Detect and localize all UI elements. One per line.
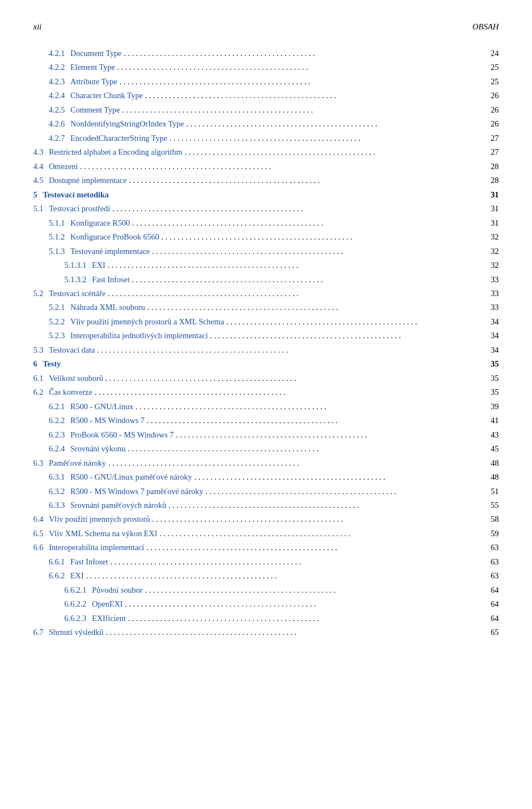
toc-dots: . . . . . . . . . . . . . . . . . . . . … [127,442,485,455]
toc-row: 6.2.2R500 - MS Windows 7 . . . . . . . .… [33,414,499,426]
toc-section-number: 4.2.7 [49,132,65,144]
toc-dots: . . . . . . . . . . . . . . . . . . . . … [147,301,485,313]
toc-dots: . . . . . . . . . . . . . . . . . . . . … [160,527,485,540]
toc-section-label: R500 - MS Windows 7 [70,414,145,426]
toc-dots: . . . . . . . . . . . . . . . . . . . . … [110,556,485,568]
toc-page-number: 33 [488,273,499,286]
toc-section-number: 6.3.1 [49,471,65,483]
toc-section-label: Konfigurace R500 [70,217,130,229]
toc-row: 6.6.2.3EXIficient . . . . . . . . . . . … [33,612,499,624]
toc-section-number: 4.2.4 [49,89,65,101]
toc-section-label: NonIdentifyingStringOrIndex Type [70,118,184,130]
toc-row: 5.1.3Testované implementace . . . . . . … [33,245,499,257]
toc-section-number: 5.1.3.2 [64,273,86,286]
toc-row: 4.2.3Attribute Type . . . . . . . . . . … [33,75,499,88]
toc-section-number: 6.2.2 [49,414,65,426]
toc-section-label: Character Chunk Type [70,89,143,101]
toc-page-number: 32 [488,245,499,257]
toc-row: 6.4Vliv použití jmenných prostorů . . . … [33,513,499,525]
toc-dots: . . . . . . . . . . . . . . . . . . . . … [206,485,485,497]
toc-container: 4.2.1Document Type . . . . . . . . . . .… [33,47,499,639]
toc-section-label: Původní soubor [92,584,142,596]
toc-dots: . . . . . . . . . . . . . . . . . . . . … [176,429,485,441]
toc-section-label: R500 - GNU/Linux paměťové nároky [70,471,192,483]
toc-section-number: 6.3 [33,457,43,469]
toc-section-label: Shrnutí výsledků [49,626,104,638]
toc-section-label: EncodedCharacterString Type [70,132,167,144]
toc-section-number: 6.6 [33,541,43,553]
toc-dots: . . . . . . . . . . . . . . . . . . . . … [186,118,485,130]
toc-section-label: Attribute Type [70,75,117,88]
toc-row: 4.2.7EncodedCharacterString Type . . . .… [33,132,499,144]
toc-row: 6.2.3ProBook 6560 - MS Windows 7 . . . .… [33,429,499,441]
toc-row: 6.6.2.1Původní soubor . . . . . . . . . … [33,584,499,596]
toc-dots: . . . . . . . . . . . . . . . . . . . . … [132,217,485,229]
toc-section-number: 5.1.2 [49,231,65,243]
toc-page-number: 39 [488,400,499,413]
toc-row: 6.6.2.2OpenEXI . . . . . . . . . . . . .… [33,598,499,610]
toc-dots: . . . . . . . . . . . . . . . . . . . . … [108,287,485,299]
toc-dots: . . . . . . . . . . . . . . . . . . . . … [132,273,485,286]
toc-row: 5Testovací metodika31 [33,189,499,201]
toc-row: 5.2Testovací scénáře . . . . . . . . . .… [33,287,499,299]
toc-row: 5.1.3.2Fast Infoset . . . . . . . . . . … [33,273,499,286]
toc-page-number: 26 [488,89,499,101]
toc-section-label: Náhrada XML souboru [70,301,145,313]
toc-dots: . . . . . . . . . . . . . . . . . . . . … [97,344,485,356]
toc-section-label: Comment Type [70,104,120,116]
toc-page-number: 33 [488,301,499,313]
toc-page-number: 25 [488,75,499,88]
toc-page-number: 43 [488,429,499,441]
toc-section-number: 4.2.6 [49,118,65,130]
toc-dots: . . . . . . . . . . . . . . . . . . . . … [80,160,485,172]
toc-row: 6.6.1Fast Infoset . . . . . . . . . . . … [33,556,499,568]
toc-section-label: Vliv použití jmenných prostorů a XML Sch… [70,316,224,328]
toc-dots: . . . . . . . . . . . . . . . . . . . . … [108,259,485,271]
toc-section-label: OpenEXI [92,598,123,610]
toc-row: 5.2.3Interoperabilita jednotlivých imple… [33,329,499,342]
toc-dots: . . . . . . . . . . . . . . . . . . . . … [145,89,485,101]
toc-section-label: Vliv XML Schema na výkon EXI [49,527,157,540]
toc-section-label: Restricted alphabet a Encoding algorithm [49,146,182,158]
toc-section-number: 6.6.2.1 [64,584,86,596]
toc-row: 5.2.2Vliv použití jmenných prostorů a XM… [33,316,499,328]
toc-row: 4.2.6NonIdentifyingStringOrIndex Type . … [33,118,499,130]
toc-row: 4.2.5Comment Type . . . . . . . . . . . … [33,104,499,116]
toc-section-label: Vliv použití jmenných prostorů [49,513,150,525]
toc-row: 6.3.3Srovnání paměťových nároků . . . . … [33,499,499,511]
toc-section-number: 6.2 [33,386,43,398]
toc-section-label: Omezení [49,160,78,172]
toc-section-label: Konfigurace ProBook 6560 [70,231,159,243]
toc-dots: . . . . . . . . . . . . . . . . . . . . … [185,146,485,158]
toc-dots: . . . . . . . . . . . . . . . . . . . . … [117,61,485,73]
toc-section-number: 6.2.3 [49,429,65,441]
toc-section-label: EXIficient [92,612,126,624]
toc-dots: . . . . . . . . . . . . . . . . . . . . … [145,584,485,596]
toc-section-number: 6.6.2.3 [64,612,86,624]
toc-section-number: 5.2 [33,287,43,299]
toc-section-label: Testy [43,358,61,370]
toc-section-label: R500 - MS Windows 7 paměťové nároky [70,485,203,497]
toc-section-label: Paměťové nároky [49,457,106,469]
toc-section-label: Fast Infoset [92,273,130,286]
toc-dots: . . . . . . . . . . . . . . . . . . . . … [120,75,486,88]
toc-section-label: Dostupné implementace [49,174,127,186]
toc-section-number: 5.2.2 [49,316,65,328]
toc-dots: . . . . . . . . . . . . . . . . . . . . … [108,457,485,469]
toc-page-number: 48 [488,471,499,483]
toc-row: 4.2.1Document Type . . . . . . . . . . .… [33,47,499,59]
toc-section-number: 4.3 [33,146,43,158]
toc-dots: . . . . . . . . . . . . . . . . . . . . … [86,569,485,582]
toc-dots: . . . . . . . . . . . . . . . . . . . . … [195,471,485,483]
toc-page-number: 59 [488,527,499,540]
toc-dots: . . . . . . . . . . . . . . . . . . . . … [106,626,485,638]
toc-section-number: 5.1.1 [49,217,65,229]
toc-row: 4.5Dostupné implementace . . . . . . . .… [33,174,499,186]
toc-section-number: 6.3.2 [49,485,65,497]
toc-section-label: EXI [70,569,84,582]
toc-dots: . . . . . . . . . . . . . . . . . . . . … [124,47,485,59]
toc-section-number: 6.3.3 [49,499,65,511]
toc-page-number: 34 [488,316,499,328]
toc-page-number: 31 [488,217,499,229]
page-number-left: xii [33,22,42,32]
